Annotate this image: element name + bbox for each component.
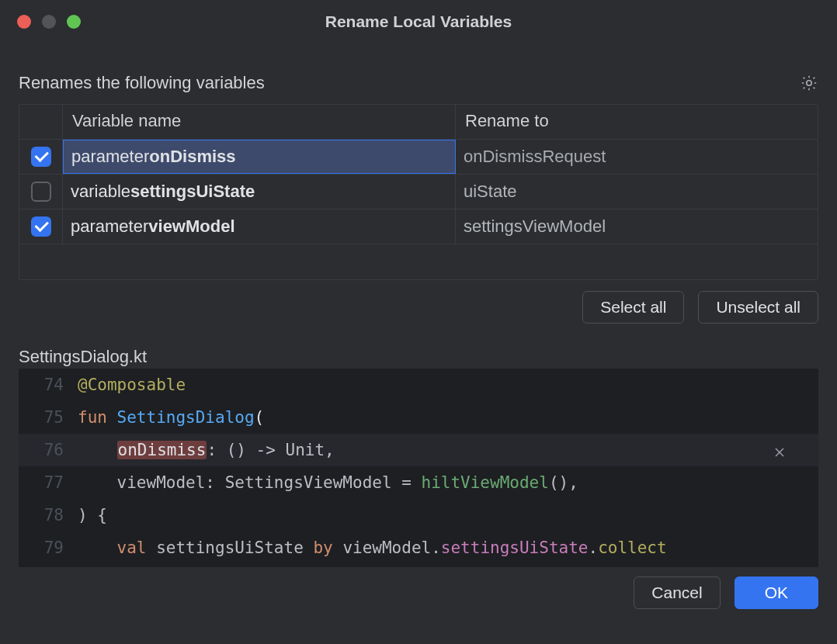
row-checkbox[interactable]: [31, 182, 51, 202]
rename-to-cell[interactable]: [456, 209, 818, 244]
code-content: ) {: [78, 499, 107, 531]
window-controls: [0, 15, 81, 29]
dialog-subtitle: Renames the following variables: [19, 73, 265, 93]
window-minimize-button[interactable]: [42, 15, 56, 29]
row-checkbox[interactable]: [31, 216, 51, 237]
table-row[interactable]: parameter onDismiss: [19, 140, 818, 175]
rename-to-input[interactable]: [464, 216, 810, 237]
variable-name: viewModel: [148, 216, 234, 237]
variable-name-cell[interactable]: variable settingsUiState: [63, 175, 456, 209]
line-number: 78: [19, 499, 78, 531]
rename-to-input[interactable]: [464, 147, 810, 167]
window-close-button[interactable]: [17, 15, 31, 29]
rename-to-cell[interactable]: [456, 140, 818, 174]
variable-name: onDismiss: [149, 147, 235, 167]
gear-icon[interactable]: [800, 74, 818, 92]
checkbox-cell: [19, 140, 63, 174]
code-content: onDismiss: () -> Unit,: [78, 434, 335, 466]
rename-to-cell[interactable]: [456, 175, 818, 209]
checkbox-cell: [19, 175, 63, 209]
code-line: 77 viewModel: SettingsViewModel = hiltVi…: [19, 466, 818, 499]
checkbox-header-cell: [19, 105, 63, 139]
ok-button[interactable]: OK: [735, 576, 818, 609]
row-checkbox[interactable]: [31, 147, 51, 167]
variable-kind: variable: [71, 182, 130, 202]
checkbox-cell: [19, 209, 63, 244]
variables-table: Variable name Rename to parameter onDism…: [19, 104, 818, 280]
line-number: 75: [19, 401, 78, 434]
unselect-all-button[interactable]: Unselect all: [698, 291, 818, 324]
rename-to-header: Rename to: [456, 105, 818, 139]
select-all-button[interactable]: Select all: [582, 291, 684, 324]
variable-name: settingsUiState: [130, 182, 255, 202]
table-header-row: Variable name Rename to: [19, 105, 818, 140]
table-row[interactable]: parameter viewModel: [19, 209, 818, 244]
table-empty-row: [19, 244, 818, 279]
line-number: 76: [19, 434, 78, 466]
table-row[interactable]: variable settingsUiState: [19, 175, 818, 209]
variable-kind: parameter: [71, 147, 149, 167]
variable-name-cell[interactable]: parameter onDismiss: [63, 140, 456, 174]
line-number: 77: [19, 466, 78, 499]
rename-to-input[interactable]: [464, 182, 810, 202]
line-number: 79: [19, 531, 78, 564]
code-line: 75fun SettingsDialog(: [19, 401, 818, 434]
variable-kind: parameter: [71, 216, 148, 237]
cancel-button[interactable]: Cancel: [634, 576, 720, 609]
code-line: 78) {: [19, 499, 818, 531]
variable-name-cell[interactable]: parameter viewModel: [63, 209, 456, 244]
code-preview: 74@Composable75fun SettingsDialog(76 onD…: [19, 369, 818, 567]
code-content: val settingsUiState by viewModel.setting…: [78, 531, 667, 564]
preview-filename: SettingsDialog.kt: [19, 347, 818, 367]
svg-point-0: [807, 81, 811, 85]
line-number: 74: [19, 369, 78, 401]
variable-name-header: Variable name: [63, 105, 456, 139]
close-icon[interactable]: [770, 443, 789, 462]
code-line: 74@Composable: [19, 369, 818, 401]
code-line: 76 onDismiss: () -> Unit,: [19, 434, 818, 466]
window-title: Rename Local Variables: [0, 12, 837, 31]
code-content: fun SettingsDialog(: [78, 401, 264, 434]
code-content: viewModel: SettingsViewModel = hiltViewM…: [78, 466, 578, 499]
titlebar: Rename Local Variables: [0, 0, 837, 43]
code-line: 79 val settingsUiState by viewModel.sett…: [19, 531, 818, 564]
window-maximize-button[interactable]: [67, 15, 81, 29]
code-content: @Composable: [78, 369, 186, 401]
